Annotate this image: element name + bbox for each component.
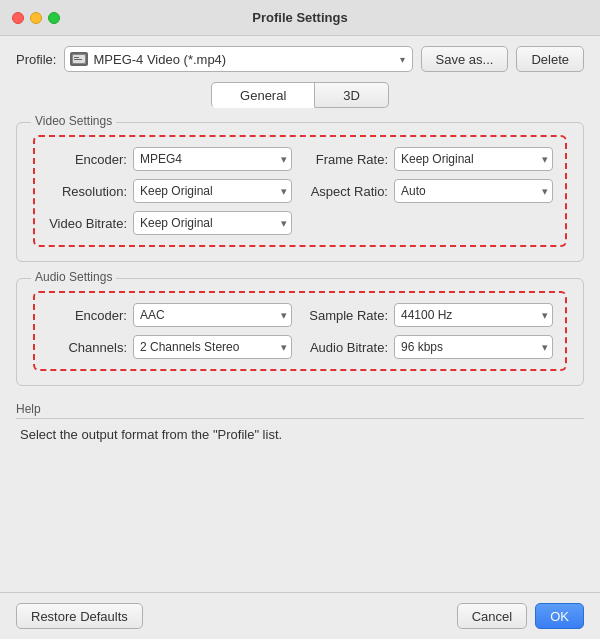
encoder-row: Encoder: MPEG4 H.264 H.265 VP9 — [47, 147, 292, 171]
aspect-ratio-select[interactable]: Auto 16:9 4:3 1:1 — [394, 179, 553, 203]
title-bar: Profile Settings — [0, 0, 600, 36]
encoder-select-wrapper: MPEG4 H.264 H.265 VP9 — [133, 147, 292, 171]
sample-rate-row: Sample Rate: 44100 Hz 22050 Hz 48000 Hz … — [308, 303, 553, 327]
maximize-button[interactable] — [48, 12, 60, 24]
help-section: Help Select the output format from the "… — [16, 402, 584, 442]
help-text: Select the output format from the "Profi… — [16, 423, 584, 442]
channels-select[interactable]: 2 Channels Stereo 1 Channel Mono 6 Chann… — [133, 335, 292, 359]
channels-row: Channels: 2 Channels Stereo 1 Channel Mo… — [47, 335, 292, 359]
audio-bitrate-row: Audio Bitrate: 96 kbps 128 kbps 192 kbps… — [308, 335, 553, 359]
framerate-label: Frame Rate: — [308, 152, 388, 167]
profile-select[interactable]: MPEG-4 Video (*.mp4) AVI Video MKV Video… — [64, 46, 412, 72]
ok-button[interactable]: OK — [535, 603, 584, 629]
close-button[interactable] — [12, 12, 24, 24]
encoder-label: Encoder: — [47, 152, 127, 167]
video-bitrate-select[interactable]: Keep Original 1000 kbps 2000 kbps 5000 k… — [133, 211, 292, 235]
video-bitrate-select-wrapper: Keep Original 1000 kbps 2000 kbps 5000 k… — [133, 211, 292, 235]
resolution-select[interactable]: Keep Original 1920x1080 1280x720 854x480 — [133, 179, 292, 203]
video-settings-inner: Encoder: MPEG4 H.264 H.265 VP9 Frame Rat… — [33, 135, 567, 247]
audio-settings-label: Audio Settings — [31, 270, 116, 284]
audio-bitrate-select-wrapper: 96 kbps 128 kbps 192 kbps 320 kbps — [394, 335, 553, 359]
video-bitrate-label: Video Bitrate: — [47, 216, 127, 231]
audio-bitrate-label: Audio Bitrate: — [308, 340, 388, 355]
tab-3d[interactable]: 3D — [315, 82, 389, 108]
video-settings-section: Video Settings Encoder: MPEG4 H.264 H.26… — [16, 122, 584, 262]
profile-row: Profile: MPEG-4 Video (*.mp4) AVI Video … — [16, 46, 584, 72]
audio-encoder-select[interactable]: AAC MP3 AC3 OGG — [133, 303, 292, 327]
minimize-button[interactable] — [30, 12, 42, 24]
cancel-button[interactable]: Cancel — [457, 603, 527, 629]
audio-settings-inner: Encoder: AAC MP3 AC3 OGG Sample Rate: — [33, 291, 567, 371]
audio-bitrate-select[interactable]: 96 kbps 128 kbps 192 kbps 320 kbps — [394, 335, 553, 359]
profile-icon — [70, 52, 88, 66]
framerate-select[interactable]: Keep Original 24 25 30 60 — [394, 147, 553, 171]
traffic-lights — [12, 12, 60, 24]
video-bitrate-row: Video Bitrate: Keep Original 1000 kbps 2… — [47, 211, 292, 235]
main-content: Profile: MPEG-4 Video (*.mp4) AVI Video … — [0, 36, 600, 592]
audio-encoder-select-wrapper: AAC MP3 AC3 OGG — [133, 303, 292, 327]
channels-select-wrapper: 2 Channels Stereo 1 Channel Mono 6 Chann… — [133, 335, 292, 359]
framerate-row: Frame Rate: Keep Original 24 25 30 60 — [308, 147, 553, 171]
window-title: Profile Settings — [252, 10, 347, 25]
audio-settings-section: Audio Settings Encoder: AAC MP3 AC3 OGG — [16, 278, 584, 386]
aspect-ratio-label: Aspect Ratio: — [308, 184, 388, 199]
bottom-bar: Restore Defaults Cancel OK — [0, 592, 600, 639]
aspect-ratio-select-wrapper: Auto 16:9 4:3 1:1 — [394, 179, 553, 203]
resolution-label: Resolution: — [47, 184, 127, 199]
encoder-select[interactable]: MPEG4 H.264 H.265 VP9 — [133, 147, 292, 171]
video-settings-grid: Encoder: MPEG4 H.264 H.265 VP9 Frame Rat… — [47, 147, 553, 235]
tabs-row: General 3D — [16, 82, 584, 108]
resolution-select-wrapper: Keep Original 1920x1080 1280x720 854x480 — [133, 179, 292, 203]
svg-rect-3 — [74, 59, 82, 60]
video-settings-label: Video Settings — [31, 114, 116, 128]
bottom-right-buttons: Cancel OK — [457, 603, 584, 629]
profile-label: Profile: — [16, 52, 56, 67]
restore-defaults-button[interactable]: Restore Defaults — [16, 603, 143, 629]
framerate-select-wrapper: Keep Original 24 25 30 60 — [394, 147, 553, 171]
resolution-row: Resolution: Keep Original 1920x1080 1280… — [47, 179, 292, 203]
audio-settings-grid: Encoder: AAC MP3 AC3 OGG Sample Rate: — [47, 303, 553, 359]
profile-select-wrapper: MPEG-4 Video (*.mp4) AVI Video MKV Video… — [64, 46, 412, 72]
sample-rate-select-wrapper: 44100 Hz 22050 Hz 48000 Hz 96000 Hz — [394, 303, 553, 327]
sample-rate-label: Sample Rate: — [308, 308, 388, 323]
sample-rate-select[interactable]: 44100 Hz 22050 Hz 48000 Hz 96000 Hz — [394, 303, 553, 327]
save-as-button[interactable]: Save as... — [421, 46, 509, 72]
audio-encoder-row: Encoder: AAC MP3 AC3 OGG — [47, 303, 292, 327]
audio-encoder-label: Encoder: — [47, 308, 127, 323]
delete-button[interactable]: Delete — [516, 46, 584, 72]
tab-general[interactable]: General — [211, 82, 315, 108]
aspect-ratio-row: Aspect Ratio: Auto 16:9 4:3 1:1 — [308, 179, 553, 203]
help-label: Help — [16, 402, 584, 419]
svg-rect-2 — [74, 57, 79, 58]
channels-label: Channels: — [47, 340, 127, 355]
